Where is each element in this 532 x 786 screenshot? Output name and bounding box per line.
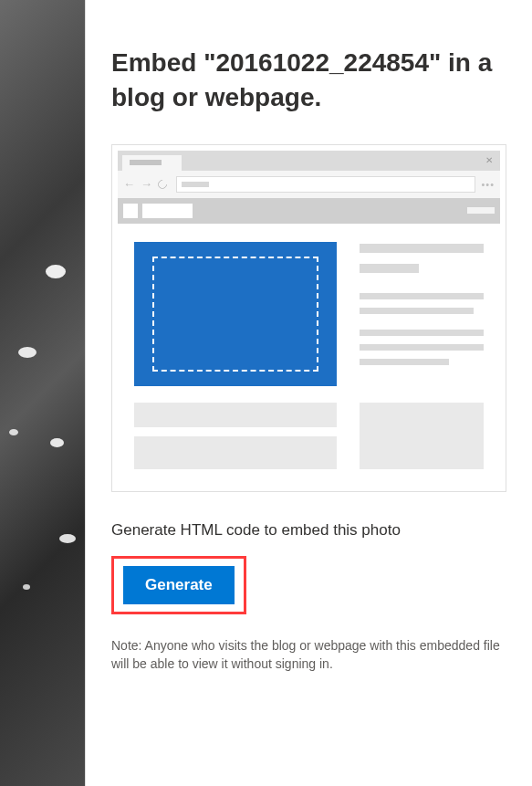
embed-placeholder-icon [134, 242, 337, 386]
background-photo [0, 0, 85, 786]
forward-arrow-icon: → [141, 178, 152, 190]
panel-title: Embed "20161022_224854" in a blog or web… [111, 46, 506, 115]
back-arrow-icon: ← [123, 178, 135, 190]
note-text: Note: Anyone who visits the blog or webp… [111, 636, 506, 674]
button-highlight: Generate [111, 556, 246, 614]
instruction-text: Generate HTML code to embed this photo [111, 521, 506, 540]
close-icon: ✕ [485, 156, 495, 165]
browser-mockup-illustration: ✕ ← → ••• [111, 144, 506, 492]
embed-panel: Embed "20161022_224854" in a blog or web… [85, 0, 532, 786]
refresh-icon [156, 178, 169, 191]
menu-dots-icon: ••• [481, 179, 495, 190]
generate-button[interactable]: Generate [123, 566, 235, 604]
